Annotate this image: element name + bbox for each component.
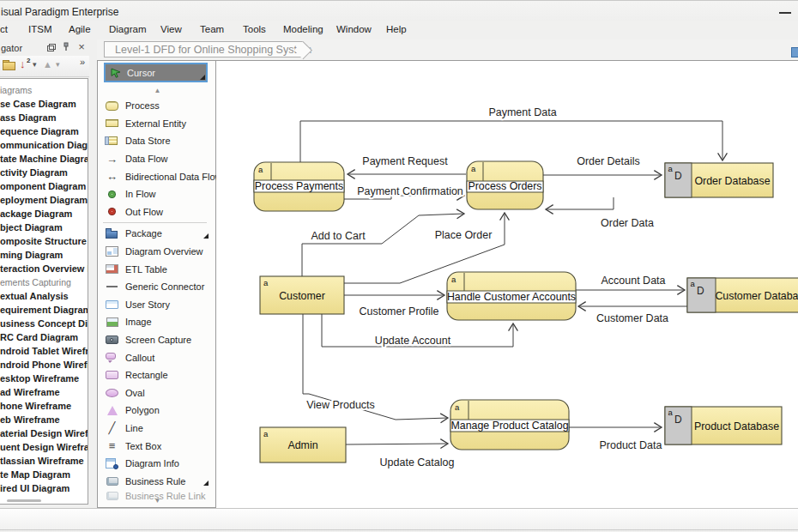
node-customer-database[interactable]: aDCustomer Database — [687, 278, 798, 312]
tree-item-ndroid-phone-wirefra[interactable]: ndroid Phone Wirefra — [0, 358, 88, 372]
horizontal-scrollbar[interactable] — [7, 499, 41, 502]
pin-icon[interactable] — [61, 42, 71, 52]
flow-payment-request[interactable]: Payment Request — [348, 155, 466, 174]
flow-order-data[interactable]: Order Data — [546, 197, 654, 229]
tree-item-usiness-concept-diag[interactable]: usiness Concept Diag — [0, 317, 88, 330]
tool-polygon[interactable]: Polygon — [98, 402, 215, 420]
tool-generic-connector[interactable]: Generic Connector — [98, 278, 215, 296]
node-process-payments[interactable]: Process Paymentsa — [254, 162, 344, 211]
node-process-orders[interactable]: Process Ordersa — [467, 161, 543, 209]
chevron-down-icon[interactable]: ▾ — [33, 60, 37, 69]
tree-item-bject-diagram[interactable]: bject Diagram — [0, 221, 88, 234]
tree-item-ass-diagram[interactable]: ass Diagram — [0, 111, 88, 124]
tool-out-flow[interactable]: Out Flow — [98, 203, 215, 221]
flow-add-to-cart[interactable]: Add to Cart — [302, 214, 464, 276]
flow-payment-confirmation[interactable]: Payment Confirmation — [344, 185, 464, 199]
node-manage-product-catalog[interactable]: Manage Product Cataloga — [450, 400, 569, 450]
tool-oval[interactable]: Oval — [98, 384, 215, 402]
tool-screen-capture[interactable]: Screen Capture — [98, 331, 215, 349]
tool-business-rule[interactable]: Business Rule — [98, 472, 215, 490]
flow-customer-data[interactable]: Customer Data — [578, 306, 687, 324]
tool-external-entity[interactable]: External Entity — [98, 115, 215, 133]
menu-ct[interactable]: ct — [0, 24, 8, 34]
toolbox-scroll-up[interactable]: ▲ — [98, 87, 217, 94]
flow-view-products[interactable]: View Products — [303, 314, 448, 420]
flow-payment-data[interactable]: Payment Data — [300, 106, 722, 162]
menu-itsm[interactable]: ITSM — [28, 24, 51, 34]
tree-item-esktop-wireframe[interactable]: esktop Wireframe — [0, 372, 88, 385]
toolbar-overflow-icon[interactable]: » — [80, 57, 85, 67]
tree-item-ements-capturing[interactable]: ements Capturing — [0, 275, 88, 289]
tree-item-ming-diagram[interactable]: ming Diagram — [0, 248, 88, 262]
node-customer[interactable]: aCustomer — [260, 276, 344, 314]
menu-diagram[interactable]: Diagram — [109, 24, 146, 34]
menu-modeling[interactable]: Modeling — [283, 24, 323, 34]
minimize-button[interactable] — [779, 12, 791, 14]
menu-team[interactable]: Team — [200, 24, 224, 34]
tree-item-tlassian-wireframe[interactable]: tlassian Wireframe — [0, 454, 88, 468]
flow-product-data[interactable]: Product Data — [569, 427, 662, 451]
tree-item-ommunication-diagra[interactable]: ommunication Diagra — [0, 138, 88, 152]
menu-view[interactable]: View — [160, 24, 182, 34]
tool-in-flow[interactable]: In Flow — [98, 185, 215, 203]
chevron-down-icon[interactable]: ▾ — [56, 60, 60, 69]
tree-item-ctivity-diagram[interactable]: ctivity Diagram — [0, 166, 88, 179]
sort-icon[interactable]: ↓ — [20, 57, 26, 70]
tree-item-aterial-design-wirefr[interactable]: aterial Design Wirefr — [0, 426, 88, 440]
diagram-tab[interactable]: Level-1 DFD for Online Shopping System — [104, 41, 303, 57]
tool-cursor-button[interactable]: Cursor — [104, 63, 208, 82]
tree-item-omposite-structure-d[interactable]: omposite Structure D — [0, 234, 88, 248]
tool-image[interactable]: Image — [98, 313, 215, 331]
tree-item-ndroid-tablet-wirefra[interactable]: ndroid Tablet Wirefra — [0, 344, 88, 358]
tree-item-hone-wireframe[interactable]: hone Wireframe — [0, 399, 88, 413]
node-admin[interactable]: aAdmin — [260, 427, 346, 462]
node-handle-customer-accounts[interactable]: Handle Customer Accountsa — [447, 272, 576, 320]
tree-item-ad-wireframe[interactable]: ad Wireframe — [0, 385, 88, 399]
flow-customer-profile[interactable]: Customer Profile — [344, 295, 444, 317]
tab-overview-icon[interactable] — [791, 47, 798, 57]
tool-callout[interactable]: Callout — [98, 348, 215, 366]
tool-user-story[interactable]: User Story — [98, 296, 215, 314]
restore-icon[interactable] — [45, 42, 56, 52]
tree-item-tate-machine-diagrar[interactable]: tate Machine Diagrar — [0, 152, 88, 166]
tool-process[interactable]: Process — [98, 97, 215, 115]
tool-package[interactable]: Package — [98, 225, 215, 243]
diagram-canvas[interactable]: Process PaymentsaProcess OrdersaHandle C… — [216, 60, 798, 508]
flow-order-details[interactable]: Order Details — [543, 155, 662, 175]
toolbox-scroll-down[interactable]: ▼ — [98, 497, 217, 505]
tree-item-omponent-diagram[interactable]: omponent Diagram — [0, 179, 88, 193]
tree-item-rc-card-diagram[interactable]: RC Card Diagram — [0, 330, 88, 344]
tool-bidirectional-data-flow[interactable]: ↔Bidirectional Data Flow — [98, 167, 215, 185]
tool-data-store[interactable]: Data Store — [98, 132, 215, 150]
menu-agile[interactable]: Agile — [69, 24, 91, 34]
flow-update-catalog[interactable]: Update Catalog — [346, 444, 454, 469]
tree-item-se-case-diagram[interactable]: se Case Diagram — [0, 97, 88, 111]
tool-data-flow[interactable]: →Data Flow — [98, 150, 215, 168]
collapse-up-icon[interactable]: ▲ — [43, 59, 52, 70]
tool-rectangle[interactable]: Rectangle — [98, 366, 215, 384]
tree-item-uent-design-wirefran[interactable]: uent Design Wirefran — [0, 440, 88, 454]
menu-window[interactable]: Window — [336, 24, 372, 34]
tree-item-iagrams[interactable]: iagrams — [0, 83, 88, 97]
node-order-database[interactable]: aDOrder Database — [665, 163, 773, 197]
tool-text-box[interactable]: ≡Text Box — [98, 437, 215, 455]
tree-item-ired-ui-diagram[interactable]: ired UI Diagram — [0, 481, 88, 495]
tree-item-te-map-diagram[interactable]: te Map Diagram — [0, 468, 88, 481]
tool-line[interactable]: ╱Line — [98, 420, 215, 438]
flow-account-data[interactable]: Account Data — [576, 275, 685, 290]
tool-diagram-overview[interactable]: Diagram Overview — [98, 243, 215, 261]
tool-diagram-info[interactable]: Diagram Info — [98, 455, 215, 473]
tree-item-equirement-diagram[interactable]: equirement Diagram — [0, 303, 88, 317]
open-folder-icon[interactable] — [3, 60, 15, 69]
tree-item-extual-analysis[interactable]: extual Analysis — [0, 289, 88, 303]
tree-item-equence-diagram[interactable]: equence Diagram — [0, 124, 88, 138]
menu-help[interactable]: Help — [386, 24, 407, 34]
tool-etl-table[interactable]: ETL Table — [98, 260, 215, 278]
close-icon[interactable]: × — [76, 42, 87, 52]
tree-item-eployment-diagram[interactable]: eployment Diagram — [0, 193, 88, 207]
tree-item-teraction-overview-i[interactable]: teraction Overview I — [0, 262, 88, 275]
menu-tools[interactable]: Tools — [243, 24, 266, 34]
tree-item-ackage-diagram[interactable]: ackage Diagram — [0, 207, 88, 221]
node-product-database[interactable]: aDProduct Database — [665, 407, 782, 444]
tree-item-eb-wireframe[interactable]: eb Wireframe — [0, 413, 88, 426]
